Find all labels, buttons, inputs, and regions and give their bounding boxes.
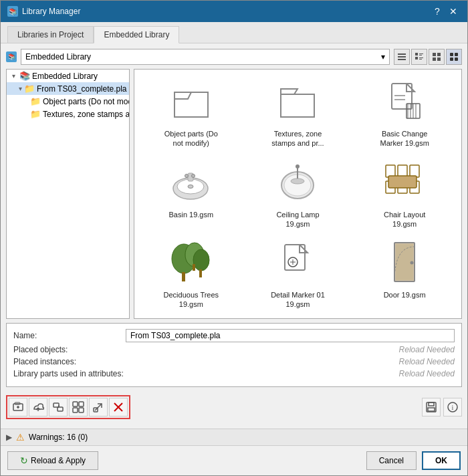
grid-item-textures[interactable]: Textures, zonestamps and pr... [245,74,351,153]
placed-instances-label: Placed instances: [13,357,120,366]
migrate-button[interactable] [69,398,88,416]
grid-item-chair-layout[interactable]: Chair Layout19.gsm [352,154,457,234]
library-dropdown[interactable]: Embedded Library ▾ [21,49,390,65]
thumb-detail-marker [273,239,322,287]
tree-item-textures[interactable]: 📁 Textures, zone stamps and property obj… [7,108,129,120]
svg-rect-16 [455,57,458,61]
svg-rect-13 [450,53,453,56]
warning-icon: ⚠ [16,432,25,443]
grid-item-object-parts[interactable]: Object parts (Donot modify) [138,74,244,153]
placed-objects-value: Reload Needed [126,345,455,354]
thumb-deciduous-trees [167,239,215,287]
help-button[interactable]: ? [430,4,445,19]
reload-apply-button[interactable]: ↻ Reload & Apply [7,451,98,470]
tree-icon-tex: 📁 [30,109,41,119]
thumb-basin [167,159,215,207]
grid-item-basin[interactable]: Basin 19.gsm [138,154,244,234]
placed-objects-label: Placed objects: [13,345,120,354]
library-grid: Object parts (Donot modify) Textures, zo… [134,69,462,319]
app-icon: 📚 [7,6,18,17]
svg-rect-17 [392,84,412,109]
svg-rect-11 [433,57,436,61]
bottom-bar: ↻ Reload & Apply Cancel OK [1,446,467,475]
svg-point-29 [192,174,195,177]
svg-rect-68 [79,408,84,412]
cancel-button[interactable]: Cancel [366,451,417,470]
tree-icon-obj: 📁 [30,96,41,106]
grid-item-door[interactable]: Door 19.gsm [352,235,457,314]
svg-rect-48 [199,269,202,277]
ok-button[interactable]: OK [422,451,461,470]
svg-point-27 [188,185,193,188]
list-view-button[interactable] [394,49,410,65]
thumb-textures [273,78,322,126]
svg-rect-73 [429,402,434,406]
warnings-bar: ▶ ⚠ Warnings: 16 (0) [1,429,467,446]
label-textures: Textures, zonestamps and pr... [271,129,324,148]
label-basic-change-marker: Basic ChangeMarker 19.gsm [380,129,429,148]
main-pane: ▾ 📚 Embedded Library ▾ 📁 From TS03_compl… [6,69,462,319]
grid-item-basic-change-marker[interactable]: Basic ChangeMarker 19.gsm [352,74,457,153]
label-door: Door 19.gsm [384,290,426,300]
tree-item-object-parts[interactable]: 📁 Object parts (Do not modify) [7,95,129,108]
dropdown-row: 📚 Embedded Library ▾ [6,49,462,65]
label-basin: Basin 19.gsm [169,210,214,219]
reload-apply-label: Reload & Apply [31,456,86,465]
svg-rect-14 [455,53,458,56]
embedded-library-icon: 📚 [6,51,17,62]
add-bimcloud-button[interactable] [29,398,47,416]
svg-rect-8 [419,59,422,60]
tree-item-root[interactable]: ▾ 📚 Embedded Library [7,70,129,82]
move-button[interactable] [89,398,108,416]
title-bar-left: 📚 Library Manager [7,6,80,17]
svg-point-30 [185,174,189,177]
expand-icon-ts03: ▾ [19,85,22,92]
info-row-name: Name: [13,329,455,342]
info-button[interactable]: i [443,398,462,416]
placed-instances-value: Reload Needed [126,357,455,366]
label-detail-marker: Detail Marker 0119.gsm [271,290,325,310]
svg-rect-62 [57,407,63,411]
svg-rect-12 [437,57,441,61]
tab-embedded-library[interactable]: Embedded Library [94,26,179,43]
thumb-object-parts [167,78,215,126]
grid-content: Object parts (Donot modify) Textures, zo… [134,70,461,318]
library-manager-window: 📚 Library Manager ? ✕ Libraries in Proje… [0,0,468,476]
title-bar: 📚 Library Manager ? ✕ [1,1,467,22]
library-tree: ▾ 📚 Embedded Library ▾ 📁 From TS03_compl… [6,69,130,319]
tree-item-from-ts03[interactable]: ▾ 📁 From TS03_complete.pla [7,82,129,95]
svg-rect-74 [428,408,435,411]
large-grid-view-button[interactable] [446,49,462,65]
label-object-parts: Object parts (Donot modify) [164,129,218,148]
svg-rect-3 [415,53,418,55]
tab-libraries-in-project[interactable]: Libraries in Project [7,26,94,43]
title-bar-buttons: ? ✕ [430,4,461,19]
grid-item-ceiling-lamp[interactable]: Ceiling Lamp19.gsm [245,154,351,234]
detail-view-button[interactable] [411,49,427,65]
svg-rect-47 [193,264,195,271]
tabs-bar: Libraries in Project Embedded Library [1,22,467,43]
svg-rect-2 [398,59,406,60]
save-button[interactable] [422,398,441,416]
svg-rect-61 [53,403,59,407]
bottom-right-buttons: Cancel OK [366,451,461,470]
name-input[interactable] [126,329,455,342]
add-linked-button[interactable] [49,398,68,416]
label-ceiling-lamp: Ceiling Lamp19.gsm [276,210,319,229]
thumb-basic-change-marker [380,78,429,126]
svg-rect-5 [419,55,422,55]
remove-button[interactable] [109,398,128,416]
grid-item-detail-marker[interactable]: Detail Marker 0119.gsm [245,235,351,314]
library-action-toolbar [6,395,130,419]
warnings-expand-icon[interactable]: ▶ [6,433,12,442]
add-library-button[interactable] [9,398,27,416]
close-button[interactable]: ✕ [446,4,461,19]
svg-point-35 [296,164,300,168]
warnings-text: Warnings: 16 (0) [29,433,88,442]
grid-view-button[interactable] [429,49,445,65]
svg-text:i: i [452,404,454,411]
svg-rect-1 [398,56,406,57]
grid-item-deciduous-trees[interactable]: Deciduous Trees19.gsm [138,235,244,314]
svg-rect-4 [419,53,423,54]
info-panel: Name: Placed objects: Reload Needed Plac… [6,323,462,387]
